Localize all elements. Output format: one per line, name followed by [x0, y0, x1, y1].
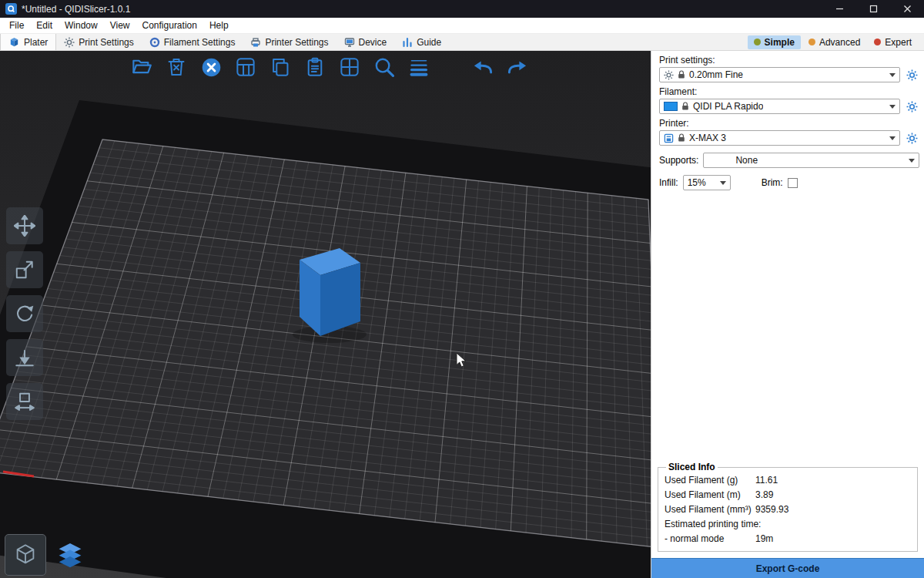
title-bar: *Untitled - QIDISlicer-1.0.1: [0, 0, 924, 18]
paste-button[interactable]: [303, 55, 327, 79]
arrange-icon: [236, 57, 256, 77]
supports-value: None: [735, 155, 758, 166]
simple-mode-dot-icon: [754, 39, 761, 45]
move-icon: [14, 215, 35, 237]
tab-device[interactable]: Device: [336, 34, 395, 50]
gizmo-toolbar: [6, 207, 43, 420]
lock-icon: [681, 102, 689, 111]
menu-file[interactable]: File: [3, 18, 30, 33]
menu-edit[interactable]: Edit: [30, 18, 59, 33]
undo-button[interactable]: [470, 55, 495, 79]
chevron-down-icon: [889, 73, 896, 80]
paste-icon: [305, 57, 325, 77]
search-button[interactable]: [372, 55, 397, 79]
flatten-button[interactable]: [6, 339, 43, 376]
sliced-info-row: - normal mode 19m: [665, 532, 911, 546]
mode-advanced[interactable]: Advanced: [802, 35, 866, 49]
variable-layer-height-button[interactable]: [407, 55, 431, 79]
editor-view-button[interactable]: [5, 534, 46, 576]
sliced-info-title: Sliced Info: [666, 462, 718, 472]
plater-icon: [8, 37, 20, 48]
infill-select[interactable]: 15%: [683, 175, 731, 190]
model-cube[interactable]: [300, 248, 360, 336]
mode-expert[interactable]: Expert: [868, 35, 918, 49]
printer-icon: [664, 133, 674, 143]
guide-icon: [402, 37, 413, 48]
split-button[interactable]: [337, 55, 362, 79]
arrange-button[interactable]: [233, 55, 258, 79]
plater-toolbar: [129, 55, 530, 79]
printer-label: Printer:: [659, 118, 916, 129]
brim-checkbox[interactable]: [788, 178, 798, 188]
sliced-info-row: Used Filament (m) 3.89: [665, 488, 911, 502]
editor-view-icon: [14, 543, 37, 566]
mode-simple[interactable]: Simple: [748, 35, 801, 49]
gear-icon: [664, 70, 674, 80]
layers-icon: [409, 57, 429, 77]
copy-button[interactable]: [268, 55, 293, 79]
window-title: *Untitled - QIDISlicer-1.0.1: [22, 4, 130, 15]
menu-help[interactable]: Help: [203, 18, 235, 33]
print-settings-gear-button[interactable]: [904, 67, 919, 82]
menu-view[interactable]: View: [104, 18, 136, 33]
lock-icon: [678, 70, 685, 79]
brim-label: Brim:: [762, 177, 783, 188]
menu-bar: File Edit Window View Configuration Help: [0, 18, 924, 34]
delete-button[interactable]: [164, 55, 189, 79]
close-icon: [903, 5, 912, 13]
print-settings-label: Print settings:: [659, 55, 916, 66]
close-button[interactable]: [890, 0, 924, 18]
tab-print-settings[interactable]: Print Settings: [56, 34, 141, 50]
rotate-icon: [14, 303, 35, 324]
chevron-down-icon: [889, 136, 896, 143]
supports-label: Supports:: [659, 155, 698, 166]
scale-icon: [14, 259, 35, 281]
maximize-button[interactable]: [856, 0, 890, 18]
minimize-button[interactable]: [822, 0, 856, 18]
printer-icon: [250, 37, 261, 48]
redo-icon: [507, 57, 528, 77]
delete-all-button[interactable]: [199, 55, 223, 79]
redo-button[interactable]: [505, 55, 530, 79]
flatten-icon: [14, 347, 35, 368]
scene-canvas[interactable]: [0, 51, 651, 578]
preview-view-button[interactable]: [49, 534, 91, 576]
export-gcode-button[interactable]: Export G-code: [651, 558, 924, 578]
scale-button[interactable]: [6, 251, 43, 288]
filament-select[interactable]: QIDI PLA Rapido: [659, 99, 900, 114]
rotate-button[interactable]: [6, 295, 43, 332]
undo-icon: [472, 57, 494, 77]
tab-printer-settings[interactable]: Printer Settings: [243, 34, 336, 50]
printer-gear-button[interactable]: [904, 130, 919, 146]
open-folder-icon: [132, 57, 152, 77]
measure-icon: [14, 391, 35, 412]
filament-gear-button[interactable]: [904, 99, 919, 114]
print-settings-select[interactable]: 0.20mm Fine: [659, 67, 900, 82]
menu-configuration[interactable]: Configuration: [136, 18, 203, 33]
sliced-info-row: Used Filament (mm³) 9359.93: [665, 502, 911, 517]
open-file-button[interactable]: [129, 55, 154, 79]
viewport-3d[interactable]: [0, 51, 651, 578]
tab-plater[interactable]: Plater: [0, 34, 56, 50]
advanced-mode-dot-icon: [808, 39, 815, 45]
supports-select[interactable]: None: [703, 153, 919, 168]
gear-icon: [906, 69, 918, 81]
expert-mode-dot-icon: [874, 39, 881, 45]
menu-window[interactable]: Window: [59, 18, 104, 33]
tab-filament-settings[interactable]: Filament Settings: [142, 34, 243, 50]
filament-label: Filament:: [659, 86, 916, 97]
filament-color-swatch: [664, 102, 678, 111]
filament-profile-value: QIDI PLA Rapido: [693, 101, 763, 112]
printer-profile-value: X-MAX 3: [689, 133, 726, 143]
move-button[interactable]: [6, 207, 43, 244]
sliced-info-panel: Sliced Info Used Filament (g) 11.61 Used…: [658, 462, 918, 552]
chevron-down-icon: [720, 181, 726, 188]
view-switcher: [5, 534, 91, 576]
chevron-down-icon: [909, 159, 915, 166]
sliced-info-row: Used Filament (g) 11.61: [665, 473, 911, 488]
tab-guide[interactable]: Guide: [394, 34, 449, 50]
lock-icon: [678, 133, 685, 143]
gear-icon: [906, 101, 918, 113]
measure-button[interactable]: [6, 383, 43, 420]
printer-select[interactable]: X-MAX 3: [659, 130, 900, 146]
